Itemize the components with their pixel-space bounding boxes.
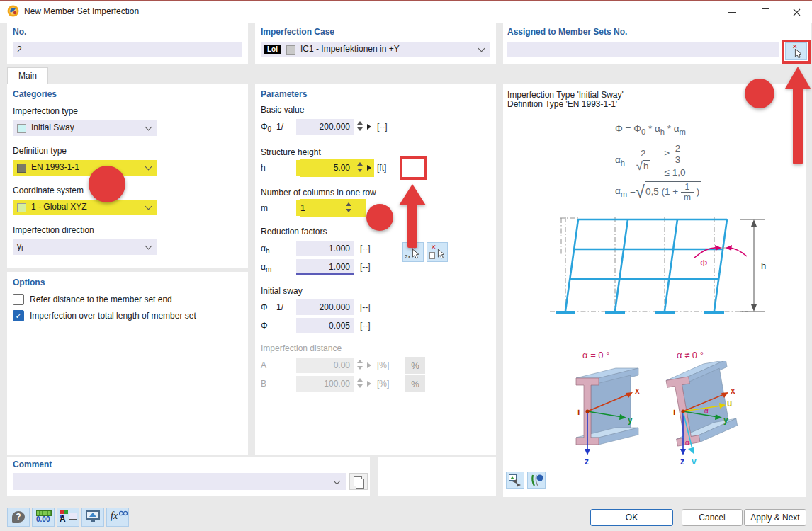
spin-up-icon — [357, 378, 363, 382]
basic-value-input[interactable]: 200.000 — [296, 119, 354, 135]
minimize-button[interactable] — [716, 1, 748, 23]
chevron-down-icon — [478, 45, 485, 52]
help-button[interactable]: ? — [7, 508, 30, 527]
help-icon: ? — [12, 511, 25, 523]
spinner[interactable] — [346, 202, 353, 214]
distance-a-unit: [%] — [377, 360, 389, 370]
options-title: Options — [13, 278, 45, 287]
svg-text:z: z — [680, 457, 684, 467]
basic-value-label: Basic value — [261, 105, 304, 115]
new-member-set-imperfection-dialog: New Member Set Imperfection No. 2 Imperf… — [0, 0, 812, 531]
tab-main[interactable]: Main — [7, 67, 48, 84]
no-input[interactable]: 2 — [13, 42, 242, 57]
distance-b-input[interactable]: 100.00 — [296, 376, 354, 392]
spin-down-icon — [357, 127, 363, 131]
comment-combobox[interactable] — [13, 473, 346, 490]
columns-input[interactable]: 1 — [296, 200, 343, 216]
distance-b-unit: [%] — [377, 379, 389, 389]
spin-up-icon — [357, 360, 363, 363]
glasses-icon — [119, 510, 128, 516]
phi-symbol: Φ — [261, 302, 268, 312]
alpha-h-input[interactable]: 1.000 — [296, 241, 354, 256]
chevron-down-icon — [334, 478, 341, 485]
total-length-checkbox[interactable]: ✓ — [13, 310, 24, 321]
svg-text:x: x — [635, 386, 640, 396]
phi-unit: [--] — [360, 321, 371, 331]
monitor-stand-icon — [91, 520, 95, 522]
options-panel: Options Refer distance to the member set… — [7, 272, 248, 455]
distance-b-percent-button[interactable]: % — [405, 375, 425, 392]
phi-inv-input[interactable]: 200.000 — [296, 299, 354, 315]
svg-text:α: α — [704, 407, 709, 415]
detail-arrow-icon[interactable] — [367, 124, 371, 130]
assigned-label: Assigned to Member Sets No. — [507, 27, 627, 37]
svg-text:i: i — [577, 407, 580, 417]
reduction-factors-label: Reduction factors — [261, 227, 327, 236]
annotation-arrow-2 — [397, 183, 428, 249]
tab-main-label: Main — [18, 71, 37, 81]
structure-height-input[interactable]: 5.00 — [296, 160, 354, 176]
definition-type-select[interactable]: EN 1993-1-1 — [13, 160, 157, 176]
maximize-button[interactable] — [749, 1, 782, 23]
info-phone-button[interactable] — [527, 472, 546, 489]
imperfection-direction-select[interactable]: yL — [13, 239, 157, 255]
assigned-groupbox: Assigned to Member Sets No. ✕ — [503, 23, 811, 64]
distance-a-percent-button[interactable]: % — [405, 357, 425, 374]
phi-inv-prefix: 1/ — [276, 302, 283, 312]
coordinate-system-select[interactable]: 1 - Global XYZ — [13, 200, 157, 215]
spinner[interactable] — [357, 378, 364, 389]
detail-arrow-icon[interactable] — [367, 165, 371, 171]
imperfection-type-select[interactable]: Initial Sway — [13, 120, 157, 136]
image-export-button[interactable] — [506, 472, 524, 489]
monitor-display-button[interactable] — [81, 508, 104, 527]
spin-up-icon — [357, 162, 363, 166]
initial-sway-label: Initial sway — [261, 286, 303, 296]
app-icon — [7, 5, 19, 17]
chevron-down-icon — [145, 164, 152, 171]
alpha-m-input[interactable]: 1.000 — [296, 259, 354, 275]
svg-text:α: α — [685, 439, 689, 447]
imperfection-type-label: Imperfection type — [13, 106, 78, 116]
phi-input[interactable]: 0.005 — [296, 318, 354, 333]
basic-value-prefix: 1/ — [276, 122, 283, 132]
spinner[interactable] — [357, 360, 364, 371]
display-settings-button[interactable]: A — [57, 508, 79, 527]
spinner[interactable] — [357, 121, 364, 132]
imperfection-direction-label: Imperfection direction — [13, 225, 94, 235]
refer-distance-checkbox[interactable] — [13, 294, 24, 305]
chevron-down-icon — [145, 243, 152, 250]
comment-label: Comment — [13, 459, 52, 469]
close-button[interactable] — [781, 1, 812, 23]
phone-info-icon — [530, 474, 544, 488]
categories-title: Categories — [13, 89, 57, 99]
spinner[interactable] — [357, 162, 364, 173]
ok-button[interactable]: OK — [590, 509, 673, 526]
svg-text:y: y — [628, 415, 633, 425]
phi-inv-unit: [--] — [360, 302, 371, 312]
assigned-input[interactable] — [507, 42, 779, 57]
imperfection-case-select[interactable]: LoI IC1 - Imperfektionen in +Y — [261, 42, 490, 57]
units-settings-button[interactable]: 0.00 — [32, 508, 55, 527]
distance-b-row: B 100.00 [%] % — [261, 376, 495, 393]
copy-comment-button[interactable] — [349, 473, 368, 490]
imperfection-case-groupbox: Imperfection Case LoI IC1 - Imperfektion… — [255, 23, 496, 64]
cancel-button[interactable]: Cancel — [682, 509, 743, 526]
maximize-icon — [762, 8, 769, 16]
definition-type-label: Definition type — [13, 146, 67, 156]
distance-a-input[interactable]: 0.00 — [296, 358, 354, 373]
chevron-down-icon — [145, 124, 152, 131]
close-icon — [793, 8, 801, 16]
phi-inv-row: Φ 1/ 200.000 [--] — [261, 299, 495, 316]
i-section-alpha-rotated: i x u y z v α α — [665, 361, 739, 467]
formula-editor-button[interactable]: fx — [106, 508, 129, 527]
detail-arrow-icon[interactable] — [367, 381, 371, 387]
empty-panel — [378, 457, 496, 496]
svg-text:i: i — [673, 407, 675, 417]
svg-text:Φ: Φ — [700, 258, 707, 268]
apply-next-button[interactable]: Apply & Next — [744, 509, 806, 526]
detail-arrow-icon[interactable] — [367, 362, 371, 368]
formula-alpha-h: αh = 2√h ≥ 23 ≤ 1,0 — [615, 143, 686, 178]
phi0-symbol: Φ0 — [261, 122, 271, 133]
imperfection-case-label: Imperfection Case — [261, 27, 334, 37]
annotation-circle-1 — [89, 166, 125, 202]
